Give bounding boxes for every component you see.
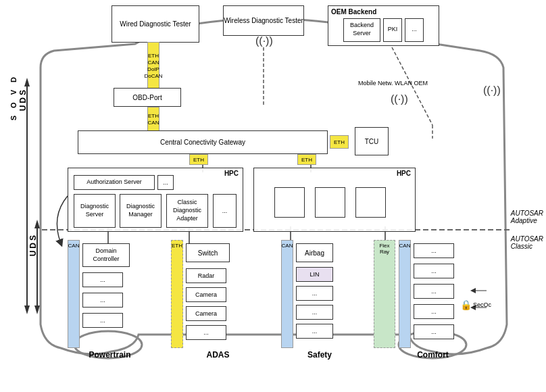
comfort-sub3: ... <box>414 284 454 299</box>
sovd-label: S O V D <box>9 74 18 120</box>
hpc-right-box3 <box>355 187 386 218</box>
safety-sub3: ... <box>296 324 333 339</box>
comfort-label: Comfort <box>370 350 495 360</box>
uds-left-label: UDS <box>18 88 28 111</box>
adas-eth-strip: ETH <box>171 240 183 348</box>
powertrain-can-strip: CAN <box>68 240 80 348</box>
eth-hpc-right: ETH <box>297 154 316 165</box>
wireless-waves: ((·)) <box>255 35 273 47</box>
obd-port-box: OBD-Port <box>114 88 181 107</box>
diag-server-box: Diagnostic Server <box>74 194 116 228</box>
comfort-domain: FlexRay CAN ... ... ... ... ... 🔒SecOc <box>370 240 495 348</box>
eth-ccg-right: ETH <box>330 135 349 149</box>
svg-marker-7 <box>34 305 40 314</box>
oem-backend-label: OEM Backend <box>331 7 376 16</box>
comfort-can-strip: CAN <box>399 240 411 348</box>
safety-can-strip: CAN <box>281 240 293 348</box>
ccg-box: Central Conectivity Gateway <box>78 130 328 154</box>
safety-sub2: ... <box>296 305 333 320</box>
auth-server-box: Authorization Server <box>74 175 155 190</box>
safety-sub1: ... <box>296 286 333 301</box>
hpc-right-box1 <box>274 187 305 218</box>
wired-diagnostic-tester: Wired Diagnostic Tester <box>111 5 199 43</box>
oem-backend-box: OEM Backend Backend Server PKI ... <box>328 5 439 46</box>
hpc-dots1: ... <box>157 175 174 190</box>
camera1-box: Camera <box>186 287 226 302</box>
airbag-box: Airbag <box>296 243 333 262</box>
adas-extra: ... <box>186 325 226 340</box>
powertrain-sub1: ... <box>82 272 123 287</box>
powertrain-label: Powertrain <box>61 350 159 360</box>
powertrain-domain: CAN Domain Controller ... ... ... <box>61 240 159 348</box>
svg-marker-6 <box>34 220 40 228</box>
uds-bottom-label: UDS <box>28 233 38 256</box>
pki-box: PKI <box>383 18 402 42</box>
adas-label: ADAS <box>166 350 270 360</box>
hpc-left-box: HPC Authorization Server ... Diagnostic … <box>68 168 243 232</box>
lin-box: LIN <box>296 267 333 282</box>
hpc-right-label: HPC <box>397 170 411 177</box>
safety-label: Safety <box>276 350 364 360</box>
comfort-sub5: ... <box>414 324 454 339</box>
classic-adapter-box: Classic Diagnostic Adapter <box>166 194 208 228</box>
diag-manager-box: Diagnostic Manager <box>120 194 162 228</box>
mobile-netw-label: Mobile Netw. WLAN OEM <box>358 80 428 87</box>
svg-marker-4 <box>24 305 30 314</box>
hpc-right-box: HPC <box>253 168 416 232</box>
mobile-waves: ((·)) <box>391 93 408 105</box>
bus-strip-obd-ccg: ETH CAN <box>147 107 159 131</box>
camera2-box: Camera <box>186 306 226 321</box>
backend-server-box: Backend Server <box>343 18 380 42</box>
powertrain-sub3: ... <box>82 313 123 328</box>
autosar-adaptive-label: AUTOSARAdaptive <box>511 210 543 224</box>
hpc-left-label: HPC <box>224 170 239 177</box>
svg-marker-3 <box>24 78 30 87</box>
hpc-right-box2 <box>315 187 345 218</box>
powertrain-sub2: ... <box>82 293 123 308</box>
diagram-container: S O V D UDS UDS Wired Diagnostic Tester … <box>0 0 546 392</box>
secoc-label: 🔒SecOc <box>460 299 491 310</box>
safety-domain: CAN Airbag LIN ... ... ... <box>276 240 364 348</box>
oem-waves: ((·)) <box>483 84 501 97</box>
radar-box: Radar <box>186 268 226 283</box>
comfort-sub4: ... <box>414 304 454 319</box>
comfort-sub2: ... <box>414 264 454 278</box>
comfort-sub1: ... <box>414 243 454 258</box>
autosar-classic-label: AUTOSARClassic <box>511 235 543 250</box>
eth-hpc-left: ETH <box>189 154 208 165</box>
hpc-left-extra: ... <box>213 194 237 228</box>
oem-extra-box: ... <box>405 18 424 42</box>
switch-box: Switch <box>186 243 230 262</box>
bus-strip-left: ETH CAN DoIP DoCAN <box>147 42 159 89</box>
wireless-diagnostic-tester: Wireless Diagnostic Tester <box>223 5 304 36</box>
domain-ctrl-box: Domain Controller <box>82 243 130 267</box>
adas-domain: ETH Switch Radar Camera Camera ... <box>166 240 270 348</box>
tcu-box: TCU <box>355 127 389 155</box>
comfort-flex-strip: FlexRay <box>374 240 395 348</box>
